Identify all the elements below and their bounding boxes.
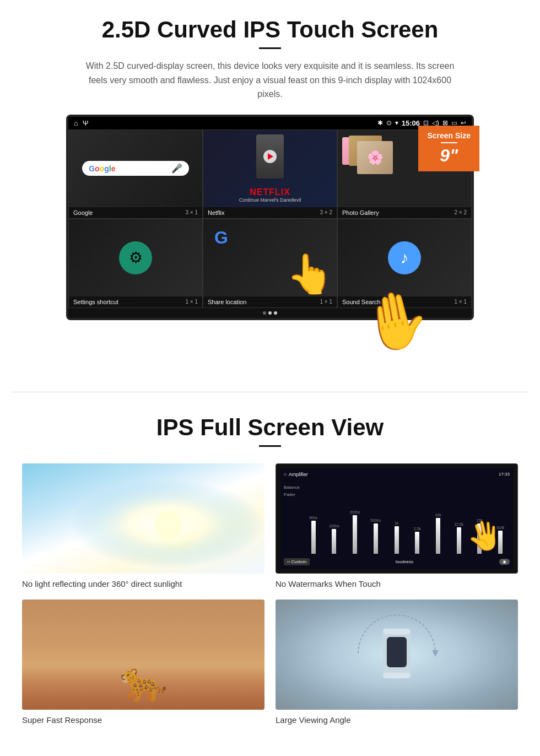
sky-svg [22,463,264,574]
netflix-label: Netflix 3 × 2 [203,207,337,218]
settings-size: 1 × 1 [185,299,198,305]
feature-card-cheetah: 🐆 Super Fast Response [22,600,264,725]
sound-app-inner: ♪ [338,219,471,296]
share-label: Share location 1 × 1 [203,296,337,307]
hand-eq-icon: 🖐 [465,517,504,555]
eq-group-4: 500hz [366,519,385,554]
app-cell-google[interactable]: Google 🎤 Google 3 × 1 [68,129,203,219]
cheetah-overlay [22,600,264,710]
dot-3 [274,311,277,315]
settings-app-inner: ⚙ [69,219,202,296]
netflix-subtitle: Continue Marvel's Daredevil [239,197,301,203]
section1-title: 2.5D Curved IPS Touch Screen [22,17,518,43]
g-logo-icon: G [214,228,228,248]
eq-group-1: 60hz [304,516,323,554]
gallery-name: Photo Gallery [342,209,379,216]
feature-card-car: Large Viewing Angle [276,600,518,725]
sunlight-image [22,463,264,574]
car-container [342,600,452,710]
eq-bar-1 [311,521,316,554]
gear-icon: ⚙ [119,241,152,274]
usb-icon: Ψ [83,119,89,127]
google-app-inner: Google 🎤 [69,130,202,207]
fader-label: Fader [284,492,300,497]
eq-bar-6 [415,532,419,554]
amp-title: Amplifier [289,472,308,477]
cheetah-image: 🐆 [22,600,264,710]
amp-loudness-label: loudness [396,559,413,564]
mic-icon: 🎤 [171,163,182,174]
rotation-arc-svg [342,600,452,709]
screen-size-badge: Screen Size 9" [418,126,479,171]
balance-label: Balance [284,485,300,490]
hand-touch-icon: 🤚 [356,283,435,359]
title-underline-1 [259,47,281,49]
amp-time: 17:33 [499,472,510,477]
share-app-inner: G 👆 [203,219,337,296]
gallery-size: 2 × 2 [454,209,467,215]
bluetooth-icon: ✱ [377,119,383,127]
title-underline-2 [259,445,281,447]
badge-size: 9" [427,145,471,166]
amplifier-image: ⌂ Amplifier 17:33 Balance Fader 60hz [276,463,518,574]
badge-title: Screen Size [427,131,471,140]
feature-grid: No light reflecting under 360° direct su… [22,463,518,725]
app-grid: Google 🎤 Google 3 × 1 [68,129,472,308]
amp-statusbar: ⌂ Amplifier 17:33 [284,472,510,477]
home-icon: ⌂ [74,119,78,127]
amp-footer: ‹‹ Custom loudness ◉ [284,558,510,565]
music-note-icon: ♪ [388,241,421,274]
google-label: Google 3 × 1 [69,207,202,218]
netflix-size: 3 × 2 [320,209,332,215]
netflix-logo: NETFLIX [239,187,301,197]
app-cell-netflix[interactable]: NETFLIX Continue Marvel's Daredevil Netf… [203,129,337,219]
location-icon: ⊙ [386,119,392,127]
eq-bar-3 [353,515,357,554]
netflix-figure [256,134,284,179]
sunlight-caption: No light reflecting under 360° direct su… [22,579,264,588]
eq-group-5: 1k [387,521,406,554]
svg-point-1 [154,510,182,538]
eq-bar-5 [395,526,399,554]
netflix-app-inner: NETFLIX Continue Marvel's Daredevil [203,130,337,207]
feature-card-amplifier: ⌂ Amplifier 17:33 Balance Fader 60hz [276,463,518,588]
eq-group-7: 10k [429,513,447,554]
wifi-icon: ▾ [395,119,398,127]
cheetah-caption: Super Fast Response [22,715,264,725]
google-size: 3 × 1 [185,209,198,215]
section-divider [11,392,529,392]
eq-bar-2 [332,529,336,554]
netflix-info: NETFLIX Continue Marvel's Daredevil [239,187,301,203]
badge-line [441,142,457,143]
hand-pointing-icon: 👆 [286,251,334,296]
eq-group-2: 100hz [325,524,344,554]
dot-1 [263,311,266,315]
app-cell-share[interactable]: G 👆 Share location 1 × 1 [203,219,337,308]
status-bar: ⌂ Ψ ✱ ⊙ ▾ 15:06 ⊡ ◁) ⊠ ▭ ↩ [68,117,472,129]
eq-group-6: 2.5k [408,527,426,554]
amp-preset-btn[interactable]: ‹‹ Custom [284,558,310,565]
car-image [276,600,518,710]
play-button[interactable] [263,150,277,163]
netflix-name: Netflix [208,209,225,216]
google-name: Google [73,209,93,216]
section1-description: With 2.5D curved-display screen, this de… [77,59,463,101]
car-caption: Large Viewing Angle [276,715,518,725]
google-search-bar[interactable]: Google 🎤 [82,161,189,176]
eq-group-3: 200hz [345,510,364,554]
amp-caption: No Watermarks When Touch [276,579,518,588]
amp-toggle[interactable]: ◉ [499,559,510,565]
share-size: 1 × 1 [320,299,332,305]
gallery-label: Photo Gallery 2 × 2 [338,207,471,218]
amp-inner: ⌂ Amplifier 17:33 Balance Fader 60hz [280,468,513,569]
section2-title: IPS Full Screen View [22,414,518,441]
svg-rect-5 [383,673,411,678]
eq-bar-4 [374,523,378,554]
google-logo: Google [89,164,115,173]
sound-size: 1 × 1 [454,299,467,305]
app-cell-settings[interactable]: ⚙ Settings shortcut 1 × 1 [68,219,203,308]
dot-2 [268,311,272,315]
svg-rect-4 [383,629,411,634]
status-time: 15:06 [402,119,420,127]
eq-bar-7 [436,518,440,554]
